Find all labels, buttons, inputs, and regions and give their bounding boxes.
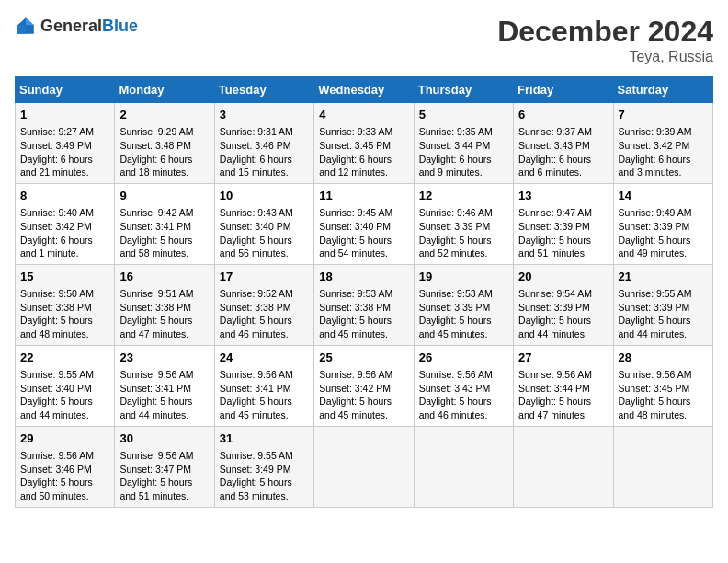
- day-number: 25: [319, 350, 408, 366]
- day-header-sunday: Sunday: [16, 77, 115, 103]
- calendar-cell: [414, 426, 513, 507]
- sunset-text: Sunset: 3:38 PM: [220, 302, 291, 313]
- day-number: 31: [220, 431, 309, 447]
- sunset-text: Sunset: 3:47 PM: [119, 464, 191, 475]
- day-number: 3: [220, 107, 309, 123]
- day-number: 12: [419, 188, 508, 204]
- daylight-text: Daylight: 5 hours and 48 minutes.: [619, 396, 691, 420]
- calendar-cell: 29Sunrise: 9:56 AMSunset: 3:46 PMDayligh…: [16, 426, 115, 507]
- calendar-cell: 12Sunrise: 9:46 AMSunset: 3:39 PMDayligh…: [414, 183, 513, 264]
- calendar-cell: [613, 426, 712, 507]
- calendar-cell: 25Sunrise: 9:56 AMSunset: 3:42 PMDayligh…: [314, 345, 414, 426]
- sunrise-text: Sunrise: 9:39 AM: [619, 126, 692, 137]
- sunset-text: Sunset: 3:41 PM: [220, 383, 291, 394]
- sunset-text: Sunset: 3:44 PM: [518, 383, 590, 394]
- sunrise-text: Sunrise: 9:56 AM: [119, 369, 193, 380]
- page-header: GeneralBlue December 2024 Teya, Russia: [15, 15, 713, 65]
- day-header-monday: Monday: [115, 77, 214, 103]
- title-block: December 2024 Teya, Russia: [497, 15, 713, 65]
- daylight-text: Daylight: 5 hours and 56 minutes.: [220, 235, 292, 259]
- sunset-text: Sunset: 3:39 PM: [419, 302, 491, 313]
- sunset-text: Sunset: 3:43 PM: [419, 383, 491, 394]
- sunrise-text: Sunrise: 9:55 AM: [20, 369, 94, 380]
- calendar-cell: [314, 426, 414, 507]
- calendar-cell: 11Sunrise: 9:45 AMSunset: 3:40 PMDayligh…: [314, 183, 414, 264]
- sunrise-text: Sunrise: 9:56 AM: [319, 369, 392, 380]
- calendar-week-row: 15Sunrise: 9:50 AMSunset: 3:38 PMDayligh…: [16, 264, 713, 345]
- calendar-cell: 30Sunrise: 9:56 AMSunset: 3:47 PMDayligh…: [115, 426, 214, 507]
- sunrise-text: Sunrise: 9:43 AM: [220, 207, 293, 218]
- calendar-cell: 19Sunrise: 9:53 AMSunset: 3:39 PMDayligh…: [414, 264, 513, 345]
- calendar-cell: 8Sunrise: 9:40 AMSunset: 3:42 PMDaylight…: [16, 183, 115, 264]
- day-header-friday: Friday: [514, 77, 613, 103]
- day-number: 9: [119, 188, 209, 204]
- calendar-cell: 31Sunrise: 9:55 AMSunset: 3:49 PMDayligh…: [214, 426, 313, 507]
- daylight-text: Daylight: 5 hours and 47 minutes.: [119, 315, 192, 339]
- calendar-week-row: 1Sunrise: 9:27 AMSunset: 3:49 PMDaylight…: [16, 103, 713, 184]
- daylight-text: Daylight: 5 hours and 45 minutes.: [319, 396, 392, 420]
- calendar-cell: 2Sunrise: 9:29 AMSunset: 3:48 PMDaylight…: [115, 103, 214, 184]
- sunrise-text: Sunrise: 9:35 AM: [419, 126, 493, 137]
- sunset-text: Sunset: 3:40 PM: [20, 383, 92, 394]
- calendar-cell: 10Sunrise: 9:43 AMSunset: 3:40 PMDayligh…: [214, 183, 313, 264]
- sunset-text: Sunset: 3:49 PM: [20, 140, 92, 151]
- calendar-cell: 6Sunrise: 9:37 AMSunset: 3:43 PMDaylight…: [514, 103, 613, 184]
- daylight-text: Daylight: 5 hours and 44 minutes.: [518, 315, 591, 339]
- calendar-cell: 24Sunrise: 9:56 AMSunset: 3:41 PMDayligh…: [214, 345, 313, 426]
- daylight-text: Daylight: 6 hours and 3 minutes.: [619, 154, 691, 178]
- daylight-text: Daylight: 6 hours and 1 minute.: [20, 235, 93, 259]
- page-title: December 2024: [497, 15, 713, 49]
- day-header-thursday: Thursday: [414, 77, 513, 103]
- daylight-text: Daylight: 5 hours and 45 minutes.: [419, 315, 492, 339]
- sunrise-text: Sunrise: 9:46 AM: [419, 207, 493, 218]
- daylight-text: Daylight: 5 hours and 47 minutes.: [518, 396, 591, 420]
- calendar-week-row: 22Sunrise: 9:55 AMSunset: 3:40 PMDayligh…: [16, 345, 713, 426]
- sunset-text: Sunset: 3:42 PM: [619, 140, 690, 151]
- sunrise-text: Sunrise: 9:55 AM: [619, 288, 692, 299]
- day-header-saturday: Saturday: [613, 77, 712, 103]
- daylight-text: Daylight: 5 hours and 44 minutes.: [119, 396, 192, 420]
- calendar-header-row: SundayMondayTuesdayWednesdayThursdayFrid…: [16, 77, 713, 103]
- calendar-cell: 17Sunrise: 9:52 AMSunset: 3:38 PMDayligh…: [214, 264, 313, 345]
- day-number: 20: [518, 269, 608, 285]
- daylight-text: Daylight: 5 hours and 44 minutes.: [20, 396, 93, 420]
- sunset-text: Sunset: 3:42 PM: [20, 221, 92, 232]
- sunset-text: Sunset: 3:41 PM: [119, 383, 191, 394]
- day-number: 13: [518, 188, 608, 204]
- calendar-week-row: 8Sunrise: 9:40 AMSunset: 3:42 PMDaylight…: [16, 183, 713, 264]
- sunrise-text: Sunrise: 9:53 AM: [419, 288, 493, 299]
- sunset-text: Sunset: 3:38 PM: [119, 302, 191, 313]
- calendar-cell: 27Sunrise: 9:56 AMSunset: 3:44 PMDayligh…: [514, 345, 613, 426]
- day-number: 14: [619, 188, 708, 204]
- calendar-cell: 21Sunrise: 9:55 AMSunset: 3:39 PMDayligh…: [613, 264, 712, 345]
- day-number: 26: [419, 350, 508, 366]
- sunrise-text: Sunrise: 9:56 AM: [419, 369, 493, 380]
- sunrise-text: Sunrise: 9:53 AM: [319, 288, 392, 299]
- sunset-text: Sunset: 3:49 PM: [220, 464, 291, 475]
- sunset-text: Sunset: 3:45 PM: [619, 383, 690, 394]
- sunrise-text: Sunrise: 9:33 AM: [319, 126, 392, 137]
- sunrise-text: Sunrise: 9:56 AM: [119, 450, 193, 461]
- sunrise-text: Sunrise: 9:52 AM: [220, 288, 293, 299]
- daylight-text: Daylight: 5 hours and 51 minutes.: [518, 235, 591, 259]
- daylight-text: Daylight: 5 hours and 51 minutes.: [119, 477, 192, 501]
- calendar-cell: 18Sunrise: 9:53 AMSunset: 3:38 PMDayligh…: [314, 264, 414, 345]
- day-number: 21: [619, 269, 708, 285]
- day-number: 8: [20, 188, 109, 204]
- calendar-cell: 22Sunrise: 9:55 AMSunset: 3:40 PMDayligh…: [16, 345, 115, 426]
- calendar-cell: 16Sunrise: 9:51 AMSunset: 3:38 PMDayligh…: [115, 264, 214, 345]
- sunrise-text: Sunrise: 9:45 AM: [319, 207, 392, 218]
- sunrise-text: Sunrise: 9:55 AM: [220, 450, 293, 461]
- sunset-text: Sunset: 3:44 PM: [419, 140, 491, 151]
- sunset-text: Sunset: 3:40 PM: [319, 221, 391, 232]
- day-header-tuesday: Tuesday: [214, 77, 313, 103]
- sunrise-text: Sunrise: 9:56 AM: [518, 369, 592, 380]
- day-number: 2: [119, 107, 209, 123]
- day-header-wednesday: Wednesday: [314, 77, 414, 103]
- calendar-cell: 15Sunrise: 9:50 AMSunset: 3:38 PMDayligh…: [16, 264, 115, 345]
- sunrise-text: Sunrise: 9:50 AM: [20, 288, 94, 299]
- calendar-cell: 28Sunrise: 9:56 AMSunset: 3:45 PMDayligh…: [613, 345, 712, 426]
- daylight-text: Daylight: 5 hours and 53 minutes.: [220, 477, 292, 501]
- sunrise-text: Sunrise: 9:40 AM: [20, 207, 94, 218]
- day-number: 17: [220, 269, 309, 285]
